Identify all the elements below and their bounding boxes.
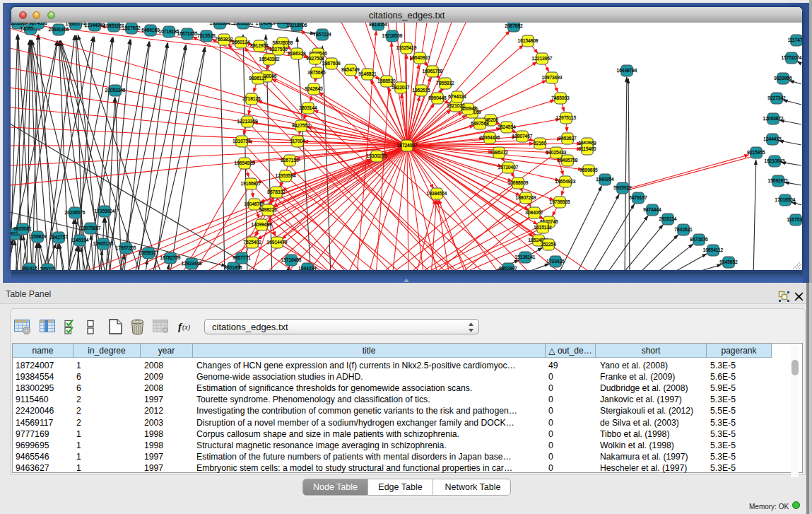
svg-text:8678332: 8678332 <box>267 189 286 194</box>
svg-text:15751074: 15751074 <box>782 55 802 60</box>
svg-text:12093872: 12093872 <box>763 116 784 121</box>
svg-text:3875685: 3875685 <box>307 70 326 75</box>
svg-text:19393924: 19393924 <box>210 23 230 25</box>
svg-text:10688609: 10688609 <box>508 180 529 185</box>
svg-text:7955812: 7955812 <box>436 81 454 86</box>
svg-text:13325419: 13325419 <box>396 45 417 50</box>
svg-text:3624554: 3624554 <box>498 124 516 129</box>
svg-text:20206576: 20206576 <box>65 210 86 215</box>
svg-text:9862897: 9862897 <box>499 266 517 270</box>
svg-text:990415: 990415 <box>22 266 37 270</box>
svg-text:62160: 62160 <box>534 141 546 146</box>
svg-text:10655261: 10655261 <box>233 23 254 25</box>
svg-text:16210643: 16210643 <box>765 158 785 163</box>
svg-text:8813054: 8813054 <box>369 23 387 27</box>
svg-text:1117472: 1117472 <box>788 37 802 42</box>
svg-text:9699695: 9699695 <box>579 168 598 173</box>
svg-text:9242845: 9242845 <box>305 86 323 91</box>
svg-text:252254: 252254 <box>541 242 556 247</box>
svg-text:7485003: 7485003 <box>551 95 570 100</box>
svg-text:19565774: 19565774 <box>66 23 86 26</box>
svg-text:19218506: 19218506 <box>287 23 307 28</box>
svg-text:2803144: 2803144 <box>299 105 317 110</box>
svg-text:16046765: 16046765 <box>245 201 265 206</box>
svg-text:19756928: 19756928 <box>550 199 570 204</box>
svg-text:18724007: 18724007 <box>397 143 418 148</box>
svg-text:9674698: 9674698 <box>29 23 47 25</box>
svg-text:21044949: 21044949 <box>85 23 105 28</box>
svg-text:8990448: 8990448 <box>428 95 447 100</box>
svg-text:16543382: 16543382 <box>259 57 280 62</box>
svg-text:18807249: 18807249 <box>516 195 536 200</box>
svg-text:16154808: 16154808 <box>518 38 539 43</box>
svg-text:8215955: 8215955 <box>747 150 765 155</box>
svg-text:8835061: 8835061 <box>13 226 32 231</box>
svg-text:10958107: 10958107 <box>139 250 159 255</box>
svg-text:15720407: 15720407 <box>498 165 519 170</box>
svg-text:19166827: 19166827 <box>241 181 261 186</box>
svg-text:19218506: 19218506 <box>382 33 403 38</box>
svg-text:1615132: 1615132 <box>534 225 552 230</box>
svg-text:2087682: 2087682 <box>505 23 523 28</box>
svg-text:14099489: 14099489 <box>252 222 272 227</box>
svg-text:12975115: 12975115 <box>556 115 577 120</box>
svg-text:8267150: 8267150 <box>281 158 299 163</box>
svg-text:8660124: 8660124 <box>232 40 250 45</box>
svg-text:1362615: 1362615 <box>412 88 430 93</box>
svg-text:18495758: 18495758 <box>558 158 578 163</box>
svg-text:15716485: 15716485 <box>281 257 302 262</box>
svg-text:9896127: 9896127 <box>249 76 267 81</box>
svg-text:16961758: 16961758 <box>423 69 443 74</box>
svg-text:8912954: 8912954 <box>250 43 269 48</box>
svg-text:10973493: 10973493 <box>542 75 563 80</box>
svg-text:1156819: 1156819 <box>29 234 47 239</box>
svg-text:2867608: 2867608 <box>322 61 341 66</box>
svg-text:16914479: 16914479 <box>267 240 288 245</box>
svg-text:395013: 395013 <box>40 267 55 270</box>
svg-text:8471676: 8471676 <box>690 237 708 242</box>
svg-text:6497568: 6497568 <box>471 121 489 126</box>
svg-text:317004: 317004 <box>290 139 305 144</box>
svg-text:7625402: 7625402 <box>243 240 261 245</box>
svg-text:10025433: 10025433 <box>546 150 567 155</box>
svg-text:9463627: 9463627 <box>558 136 577 141</box>
svg-text:1621022: 1621022 <box>447 103 465 108</box>
svg-text:9551856: 9551856 <box>224 265 242 270</box>
svg-text:9146821: 9146821 <box>358 71 377 76</box>
svg-text:9474444: 9474444 <box>643 207 661 212</box>
svg-text:7386372: 7386372 <box>490 150 508 155</box>
svg-text:5822037: 5822037 <box>392 85 410 90</box>
svg-text:1244415: 1244415 <box>763 136 782 141</box>
svg-text:12213369: 12213369 <box>237 119 258 124</box>
svg-text:16671355: 16671355 <box>177 31 198 36</box>
svg-text:5498222: 5498222 <box>259 207 277 212</box>
svg-text:7663822: 7663822 <box>215 37 233 42</box>
svg-text:20053346: 20053346 <box>105 88 126 93</box>
svg-text:12213967: 12213967 <box>532 56 553 61</box>
svg-text:2942757: 2942757 <box>49 235 68 240</box>
svg-text:1010755: 1010755 <box>233 139 251 144</box>
svg-text:9329966: 9329966 <box>774 76 792 81</box>
svg-text:3084067: 3084067 <box>525 210 543 215</box>
svg-text:17359924: 17359924 <box>95 209 115 214</box>
svg-text:15136141: 15136141 <box>515 255 536 259</box>
svg-text:16782759: 16782759 <box>160 255 181 260</box>
svg-text:1733426: 1733426 <box>546 259 565 264</box>
svg-text:8454749: 8454749 <box>341 67 360 72</box>
svg-text:1588520: 1588520 <box>377 78 396 83</box>
svg-text:1145194: 1145194 <box>71 238 89 243</box>
svg-text:18640910: 18640910 <box>410 55 430 60</box>
svg-text:9657771: 9657771 <box>233 255 251 260</box>
svg-text:6466160: 6466160 <box>141 28 160 33</box>
svg-text:19384554: 19384554 <box>427 191 447 196</box>
svg-text:10654112: 10654112 <box>703 247 724 252</box>
svg-text:17957255: 17957255 <box>116 245 136 250</box>
svg-text:9227342: 9227342 <box>767 95 786 100</box>
svg-text:1527602: 1527602 <box>122 25 141 30</box>
svg-text:10719185: 10719185 <box>159 29 180 34</box>
svg-text:7857224: 7857224 <box>313 32 331 37</box>
svg-text:8427552: 8427552 <box>292 123 310 128</box>
svg-text:2935114: 2935114 <box>659 216 677 221</box>
svg-text:9115460: 9115460 <box>579 146 596 151</box>
svg-text:12923448: 12923448 <box>182 261 202 266</box>
